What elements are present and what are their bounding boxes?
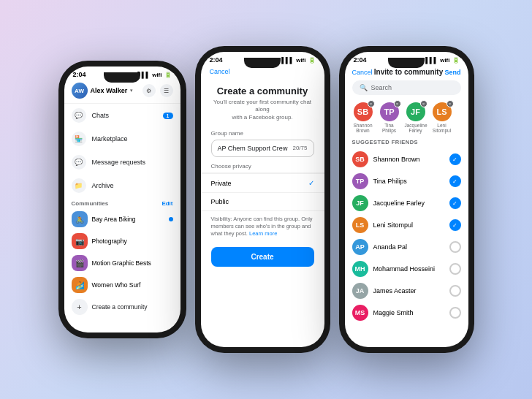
phone-3: 2:04 ▌▌▌ wifi 🔋 Cancel Invite to communi… xyxy=(339,46,474,353)
remove-jacqueline-button[interactable]: × xyxy=(420,100,428,107)
check-ananda[interactable] xyxy=(449,241,461,253)
friend-avatar-maggie: MS xyxy=(352,305,368,321)
check-tina[interactable] xyxy=(449,175,461,187)
p2-privacy-label: Choose privacy xyxy=(211,163,314,170)
phone-3-status-icons: ▌▌▌ wifi 🔋 xyxy=(425,57,459,64)
check-james[interactable] xyxy=(449,285,461,297)
wifi-icon: wifi xyxy=(152,72,162,78)
check-leni[interactable] xyxy=(449,219,461,231)
menu-item-marketplace[interactable]: 🏪 Marketplace xyxy=(64,127,180,151)
edit-button[interactable]: Edit xyxy=(162,200,172,207)
create-community-label: Create a community xyxy=(92,303,148,311)
signal-icon: ▌▌▌ xyxy=(425,57,438,64)
search-placeholder: Search xyxy=(371,84,392,91)
p2-subtitle: You'll create your first community chat … xyxy=(213,99,313,121)
p3-send-button[interactable]: Send xyxy=(444,69,460,76)
phone-1-time: 2:04 xyxy=(73,71,86,78)
archive-label: Archive xyxy=(92,182,114,189)
community-name-photography: Photography xyxy=(92,238,127,245)
check-maggie[interactable] xyxy=(449,307,461,319)
check-shannon[interactable] xyxy=(449,153,461,165)
phone-1-status-icons: ▌▌▌ wifi 🔋 xyxy=(137,72,171,78)
friend-avatar-mohammad: MH xyxy=(352,261,368,277)
community-name-motion: Motion Graphic Bests xyxy=(92,259,151,267)
p2-create-button[interactable]: Create xyxy=(211,247,314,267)
plus-icon: + xyxy=(72,299,88,315)
p2-group-name-input[interactable]: AP Chem Support Crew 20/75 xyxy=(211,140,314,157)
selected-avatar-tina: TP × xyxy=(380,102,399,121)
menu-icon[interactable]: ☰ xyxy=(160,84,173,97)
phone-2-time: 2:04 xyxy=(210,56,223,64)
p1-header-icons: ⚙ ☰ xyxy=(142,84,173,97)
friend-shannon[interactable]: SB Shannon Brown xyxy=(345,148,468,170)
menu-item-archive[interactable]: 📁 Archive xyxy=(64,174,180,197)
communities-label: Communities xyxy=(72,200,109,207)
selected-avatar-leni: LS × xyxy=(433,102,452,121)
p3-title: Invite to community xyxy=(374,68,443,76)
check-jacqueline[interactable] xyxy=(449,197,461,209)
phone-2-screen: 2:04 ▌▌▌ wifi 🔋 Cancel Create a communit… xyxy=(201,52,324,347)
friend-name-james: James Acaster xyxy=(373,287,444,294)
p3-cancel-button[interactable]: Cancel xyxy=(352,69,373,76)
check-icon: ✓ xyxy=(308,179,314,187)
remove-tina-button[interactable]: × xyxy=(394,100,401,107)
friend-jacqueline[interactable]: JF Jacqueline Farley xyxy=(345,192,468,214)
community-motion-graphic[interactable]: 🎬 Motion Graphic Bests xyxy=(64,252,180,274)
friend-avatar-james: JA xyxy=(352,283,368,299)
community-photography[interactable]: 📷 Photography xyxy=(64,230,180,252)
community-avatar-surf: 🏄 xyxy=(72,277,88,293)
p2-cancel-button[interactable]: Cancel xyxy=(210,68,230,75)
friend-james[interactable]: JA James Acaster xyxy=(345,280,468,302)
sel-name-jacqueline: Jacqueline Farley xyxy=(405,123,427,133)
community-avatar-bay-area: 🚴 xyxy=(72,211,88,227)
phone-3-time: 2:04 xyxy=(354,56,367,64)
friend-leni[interactable]: LS Leni Sitompul xyxy=(345,214,468,236)
community-bay-area[interactable]: 🚴 Bay Area Biking xyxy=(64,208,180,230)
menu-item-chats[interactable]: 💬 Chats 1 xyxy=(64,104,180,127)
selected-tina: TP × Tina Philips xyxy=(379,102,400,133)
p1-user[interactable]: AW Alex Walker ▾ xyxy=(72,83,134,99)
check-mohammad[interactable] xyxy=(449,263,461,275)
public-label: Public xyxy=(211,198,229,205)
p2-group-name-section: Group name AP Chem Support Crew 20/75 xyxy=(201,124,324,157)
phone-1-notch xyxy=(104,72,140,83)
p2-privacy-public[interactable]: Public xyxy=(201,192,324,210)
friend-name-leni: Leni Sitompul xyxy=(373,221,444,229)
remove-shannon-button[interactable]: × xyxy=(368,100,375,107)
remove-leni-button[interactable]: × xyxy=(446,100,454,107)
wifi-icon: wifi xyxy=(440,57,449,64)
selected-leni: LS × Leni Sitompul xyxy=(431,102,453,133)
friend-avatar-ananda: AP xyxy=(352,239,368,255)
message-requests-icon: 💬 xyxy=(72,155,86,170)
friend-maggie[interactable]: MS Maggie Smith xyxy=(345,302,468,324)
p2-group-name-label: Group name xyxy=(211,130,314,137)
p2-group-name-value: AP Chem Support Crew xyxy=(218,145,288,152)
friend-tina[interactable]: TP Tina Philips xyxy=(345,170,468,192)
sel-name-tina: Tina Philips xyxy=(379,123,400,133)
p1-username: Alex Walker xyxy=(91,87,128,94)
community-women-surf[interactable]: 🏄 Women Who Surf xyxy=(64,274,180,296)
settings-icon[interactable]: ⚙ xyxy=(142,84,156,97)
selected-avatar-jacqueline: JF × xyxy=(406,102,425,121)
wifi-icon: wifi xyxy=(296,57,305,64)
friend-avatar-leni: LS xyxy=(352,217,368,233)
chats-badge: 1 xyxy=(163,113,173,119)
communities-section-header: Communities Edit xyxy=(64,197,180,208)
create-community-item[interactable]: + Create a community xyxy=(64,296,180,318)
friend-name-jacqueline: Jacqueline Farley xyxy=(373,200,444,207)
p3-search-bar[interactable]: 🔍 Search xyxy=(352,80,461,95)
chats-icon: 💬 xyxy=(72,108,86,123)
suggested-friends-label: SUGGESTED FRIENDS xyxy=(345,137,468,148)
learn-more-link[interactable]: Learn more xyxy=(249,230,277,237)
friend-ananda[interactable]: AP Ananda Pal xyxy=(345,236,468,258)
unread-dot xyxy=(169,217,173,221)
chevron-down-icon: ▾ xyxy=(130,88,133,94)
signal-icon: ▌▌▌ xyxy=(281,57,294,64)
sel-name-leni: Leni Sitompul xyxy=(431,123,453,133)
phone-2-status-icons: ▌▌▌ wifi 🔋 xyxy=(281,57,315,64)
p2-privacy-private[interactable]: Private ✓ xyxy=(201,173,324,192)
menu-item-message-requests[interactable]: 💬 Message requests xyxy=(64,151,180,174)
selected-jacqueline: JF × Jacqueline Farley xyxy=(405,102,427,133)
friend-name-ananda: Ananda Pal xyxy=(373,243,444,251)
friend-mohammad[interactable]: MH Mohammad Hosseini xyxy=(345,258,468,280)
